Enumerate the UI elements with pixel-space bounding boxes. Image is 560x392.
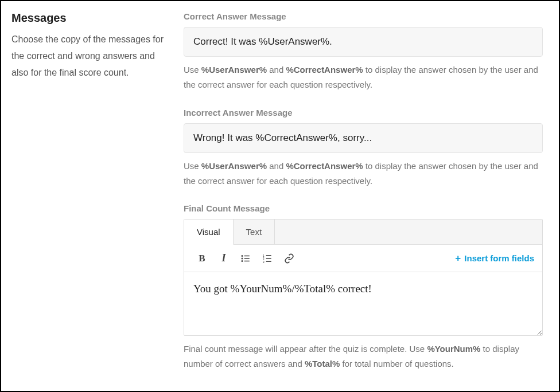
incorrect-answer-hint: Use %UserAnswer% and %CorrectAnswer% to … — [184, 159, 543, 189]
incorrect-answer-group: Incorrect Answer Message Use %UserAnswer… — [184, 108, 543, 189]
editor-toolbar: B I 123 + Insert form fields — [184, 245, 542, 272]
svg-point-4 — [242, 260, 243, 262]
hint-text: Use — [184, 161, 201, 171]
hint-var: %YourNum% — [427, 344, 480, 354]
form-area: Correct Answer Message Use %UserAnswer% … — [184, 11, 543, 391]
svg-point-2 — [242, 257, 243, 259]
svg-rect-9 — [266, 258, 271, 259]
correct-answer-hint: Use %UserAnswer% and %CorrectAnswer% to … — [184, 62, 543, 93]
hint-var: %CorrectAnswer% — [286, 65, 363, 75]
bold-button[interactable]: B — [192, 249, 212, 268]
correct-answer-input[interactable] — [184, 27, 543, 57]
hint-text: Final count message will appear after th… — [184, 344, 427, 354]
correct-answer-group: Correct Answer Message Use %UserAnswer% … — [184, 11, 543, 93]
section-title: Messages — [11, 11, 166, 25]
sidebar: Messages Choose the copy of the messages… — [11, 11, 166, 391]
final-count-editor[interactable]: You got %YourNum%/%Total% correct! — [184, 272, 542, 335]
svg-rect-1 — [244, 255, 250, 256]
hint-var: %UserAnswer% — [201, 65, 267, 75]
correct-answer-label: Correct Answer Message — [184, 11, 543, 21]
rich-text-editor: Visual Text B I 123 — [184, 219, 543, 336]
final-count-hint: Final count message will appear after th… — [184, 342, 543, 372]
tab-text[interactable]: Text — [234, 219, 275, 244]
bullet-list-button[interactable] — [236, 249, 255, 268]
hint-text: Use — [184, 65, 201, 75]
numbered-list-button[interactable]: 123 — [258, 249, 277, 268]
hint-text: for total number of questions. — [340, 359, 453, 369]
incorrect-answer-input[interactable] — [184, 123, 543, 153]
svg-text:3: 3 — [263, 260, 265, 263]
link-button[interactable] — [279, 249, 299, 268]
hint-var: %Total% — [305, 359, 340, 369]
incorrect-answer-label: Incorrect Answer Message — [184, 108, 543, 117]
insert-form-fields-label: Insert form fields — [464, 253, 534, 263]
svg-rect-7 — [266, 255, 271, 256]
hint-text: and — [267, 65, 286, 75]
svg-rect-5 — [244, 260, 250, 261]
section-description: Choose the copy of the messages for the … — [11, 32, 166, 81]
tab-visual[interactable]: Visual — [184, 219, 234, 245]
svg-rect-3 — [244, 258, 250, 259]
bullet-list-icon — [240, 253, 251, 264]
link-icon — [284, 253, 294, 264]
final-count-label: Final Count Message — [184, 203, 543, 213]
messages-panel: Messages Choose the copy of the messages… — [0, 0, 560, 392]
svg-rect-11 — [266, 261, 271, 262]
svg-point-0 — [242, 255, 243, 257]
plus-icon: + — [455, 253, 461, 264]
italic-button[interactable]: I — [214, 249, 234, 268]
numbered-list-icon: 123 — [262, 253, 273, 264]
hint-text: and — [267, 161, 286, 171]
final-count-group: Final Count Message Visual Text B I 123 — [184, 203, 543, 372]
hint-var: %CorrectAnswer% — [286, 161, 363, 171]
hint-var: %UserAnswer% — [201, 161, 267, 171]
insert-form-fields-button[interactable]: + Insert form fields — [455, 253, 534, 264]
editor-tabs: Visual Text — [184, 219, 542, 245]
